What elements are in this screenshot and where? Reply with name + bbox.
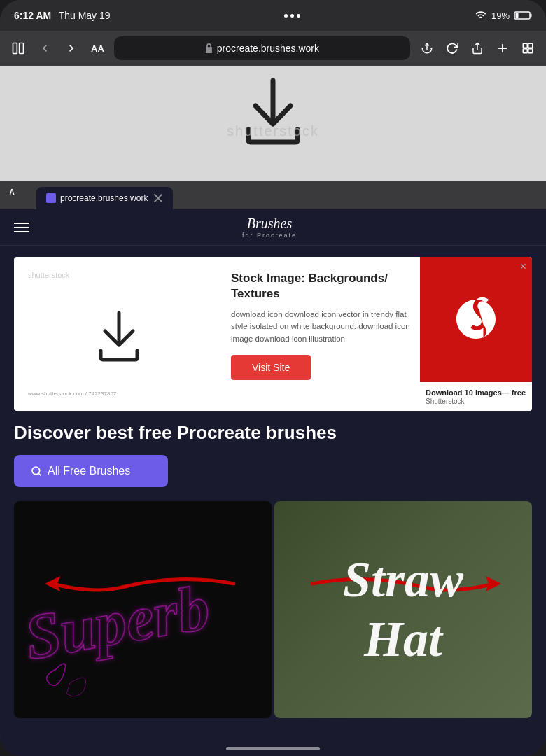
shutterstock-watermark: shutterstock xyxy=(227,123,319,139)
svg-text:Straw: Straw xyxy=(343,552,464,608)
hamburger-line3 xyxy=(14,231,29,232)
tabs-overview-button[interactable] xyxy=(518,38,538,58)
collapse-tab-button[interactable]: ∧ xyxy=(8,186,15,197)
ad-image-panel xyxy=(420,257,532,382)
ad-right-section: Download 10 images— free Shutterstock xyxy=(420,257,532,411)
svg-line-17 xyxy=(38,473,41,475)
hamburger-menu[interactable] xyxy=(14,223,29,232)
ad-promo-text: Download 10 images— free xyxy=(426,388,526,398)
bg-download-icon xyxy=(234,74,312,153)
dot2 xyxy=(290,14,294,18)
reload-button[interactable] xyxy=(442,38,462,58)
active-tab[interactable]: procreate.brushes.work xyxy=(36,187,173,209)
ipad-frame: 6:12 AM Thu May 19 19% xyxy=(0,0,546,756)
brush-grid: Superb Superb xyxy=(0,501,546,718)
svg-rect-11 xyxy=(528,49,533,53)
ad-text-section: Stock Image: Backgrounds/ Textures downl… xyxy=(224,257,420,411)
ad-left-section: shutterstock www.shutterstock.com / 7422… xyxy=(14,257,224,411)
ad-small-text: www.shutterstock.com / 742237857 xyxy=(28,391,210,397)
ad-visit-button[interactable]: Visit Site xyxy=(231,355,311,380)
ad-download-icon xyxy=(91,307,147,363)
svg-rect-4 xyxy=(20,43,24,54)
superb-neon-text: Superb Superb xyxy=(14,501,252,718)
tab-title: procreate.brushes.work xyxy=(60,193,148,203)
svg-rect-9 xyxy=(528,43,533,48)
all-free-brushes-button[interactable]: All Free Brushes xyxy=(14,455,168,487)
ad-promo-section: Download 10 images— free Shutterstock xyxy=(420,382,532,411)
back-button[interactable] xyxy=(35,38,55,58)
ad-close-badge[interactable]: × xyxy=(520,260,526,273)
url-bar[interactable]: procreate.brushes.work xyxy=(114,36,410,60)
status-right: 19% xyxy=(475,10,532,21)
ad-banner: shutterstock www.shutterstock.com / 7422… xyxy=(14,257,532,411)
time-display: 6:12 AM xyxy=(14,10,51,21)
site-logo: Brushes for Procreate xyxy=(242,216,297,239)
search-icon xyxy=(31,465,42,477)
status-bar: 6:12 AM Thu May 19 19% xyxy=(0,0,546,31)
strawhat-text: Straw Hat xyxy=(274,540,532,683)
browser-toolbar: AA procreate.brushes.work xyxy=(0,31,546,66)
dot3 xyxy=(297,14,300,18)
shutterstock-logo-icon xyxy=(451,295,500,344)
svg-rect-2 xyxy=(516,13,519,18)
tab-row: ∧ procreate.brushes.work xyxy=(0,181,546,209)
add-tab-button[interactable] xyxy=(493,38,512,58)
lock-icon xyxy=(205,43,213,53)
dot1 xyxy=(284,14,288,18)
ad-sstk-logo: shutterstock xyxy=(28,271,210,279)
hamburger-line1 xyxy=(14,223,29,224)
brush-card-strawhat[interactable]: Straw Hat xyxy=(274,501,532,718)
ad-description: download icon download icon vector in tr… xyxy=(231,309,413,345)
tab-favicon xyxy=(46,193,56,203)
site-nav: Brushes for Procreate xyxy=(0,209,546,246)
ad-title: Stock Image: Backgrounds/ Textures xyxy=(231,271,413,302)
logo-sub: for Procreate xyxy=(242,232,297,239)
svg-text:Hat: Hat xyxy=(363,611,444,667)
date-display: Thu May 19 xyxy=(59,10,111,21)
browser-actions xyxy=(417,38,538,58)
svg-rect-10 xyxy=(523,49,527,53)
text-size-button[interactable]: AA xyxy=(91,43,104,54)
airdrop-button[interactable] xyxy=(417,38,437,58)
tab-close-icon[interactable] xyxy=(153,193,163,203)
svg-rect-8 xyxy=(523,43,527,48)
logo-text: Brushes xyxy=(242,216,297,232)
website-content: Brushes for Procreate shutterstock www.s… xyxy=(0,209,546,756)
wifi-icon xyxy=(475,10,487,20)
page-heading: Discover best free Procreate brushes xyxy=(0,422,546,455)
svg-text:Superb: Superb xyxy=(20,572,214,673)
battery-percentage: 19% xyxy=(491,10,510,21)
svg-rect-1 xyxy=(531,14,532,18)
status-time: 6:12 AM Thu May 19 xyxy=(14,9,111,22)
share-button[interactable] xyxy=(468,38,487,58)
brush-card-superb[interactable]: Superb Superb xyxy=(14,501,272,718)
sidebar-toggle-btn[interactable] xyxy=(8,38,28,58)
url-text: procreate.brushes.work xyxy=(217,43,319,54)
all-brushes-label: All Free Brushes xyxy=(48,465,130,477)
ad-promo-sub: Shutterstock xyxy=(426,398,526,405)
background-tab: shutterstock xyxy=(0,66,546,181)
status-center-dots xyxy=(284,14,300,18)
hamburger-line2 xyxy=(14,227,29,228)
battery-icon xyxy=(514,10,532,20)
home-indicator xyxy=(226,747,320,750)
forward-button[interactable] xyxy=(62,38,81,58)
svg-rect-3 xyxy=(13,43,18,54)
